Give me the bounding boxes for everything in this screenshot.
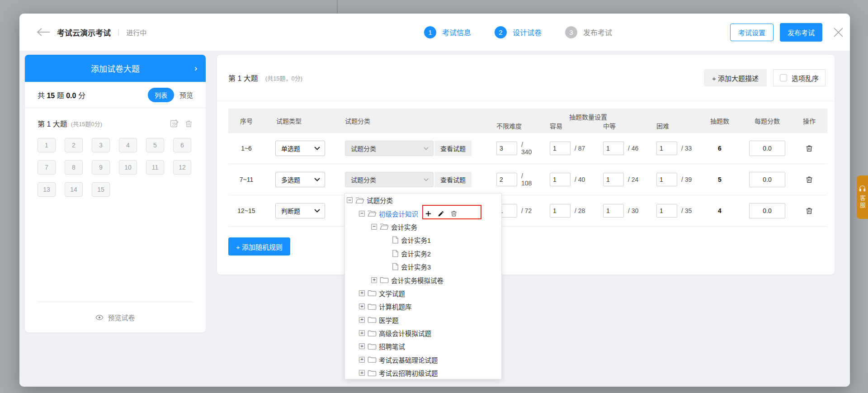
difficulty-count-input[interactable] (550, 204, 571, 218)
tree-node[interactable]: −会计实务 (345, 220, 501, 233)
question-number-box[interactable]: 5 (146, 138, 164, 152)
question-number-box[interactable]: 12 (173, 160, 191, 175)
tree-node[interactable]: +计算机题库 (345, 300, 501, 313)
exam-title: 考试云演示考试 (57, 27, 111, 38)
edit-category-button[interactable] (438, 210, 444, 217)
difficulty-count-input[interactable] (550, 142, 571, 155)
category-select[interactable]: 试题分类 (345, 172, 434, 187)
question-type-select[interactable]: 单选题 (275, 141, 325, 156)
expand-icon[interactable]: + (359, 290, 365, 296)
difficulty-max: / 35 (681, 207, 692, 214)
difficulty-count-input[interactable] (656, 173, 677, 186)
tree-node[interactable]: 会计实务3 (345, 260, 501, 273)
question-number-box[interactable]: 2 (65, 138, 83, 152)
edit-score-button[interactable]: 分 (170, 119, 179, 128)
question-number-box[interactable]: 1 (38, 138, 56, 152)
collapse-icon[interactable]: − (359, 211, 365, 217)
collapse-icon[interactable]: − (347, 197, 353, 203)
difficulty-count-input[interactable] (550, 173, 571, 186)
question-number-box[interactable]: 8 (65, 160, 83, 175)
difficulty-count-input[interactable] (656, 204, 677, 218)
tree-node[interactable]: +招聘笔试 (345, 340, 501, 353)
shuffle-options-button[interactable]: 选项乱序 (773, 69, 826, 86)
difficulty-count-input[interactable] (496, 142, 517, 155)
back-arrow-icon (37, 28, 50, 37)
service-tab-label: 客服 (858, 195, 867, 209)
step-1[interactable]: 1考试信息 (424, 26, 471, 38)
view-questions-button[interactable]: 查看试题 (434, 172, 472, 187)
question-number-box[interactable]: 14 (65, 182, 83, 197)
add-description-button[interactable]: + 添加大题描述 (704, 69, 767, 86)
headset-icon (859, 185, 866, 192)
add-random-rule-button[interactable]: + 添加随机规则 (228, 237, 290, 256)
score-per-question-input[interactable] (749, 141, 785, 156)
expand-icon[interactable]: + (371, 277, 377, 283)
expand-icon[interactable]: + (359, 303, 365, 309)
tree-node[interactable]: −初级会计知识 (345, 207, 501, 220)
step-2[interactable]: 2设计试卷 (495, 26, 542, 38)
delete-rule-button[interactable] (805, 175, 813, 184)
folder-icon (368, 330, 377, 337)
expand-icon[interactable]: + (359, 343, 365, 349)
expand-icon[interactable]: + (359, 317, 365, 323)
question-number-box[interactable]: 15 (92, 182, 110, 197)
question-number-box[interactable]: 9 (92, 160, 110, 175)
tree-node[interactable]: 会计实务2 (345, 247, 501, 260)
shuffle-checkbox[interactable] (780, 74, 787, 81)
exam-settings-button[interactable]: 考试设置 (730, 24, 774, 41)
question-number-box[interactable]: 13 (38, 182, 56, 197)
question-number-box[interactable]: 7 (38, 160, 56, 175)
folder-icon (368, 343, 377, 350)
header-actions: 操作 (790, 109, 829, 133)
difficulty-max: / 30 (628, 207, 638, 214)
tree-node[interactable]: +会计实务模拟试卷 (345, 273, 501, 286)
category-select[interactable]: 试题分类 (345, 141, 434, 156)
preview-paper-button[interactable]: 预览试卷 (38, 302, 193, 332)
section-title: 第 1 大题 (38, 118, 67, 129)
expand-icon[interactable]: + (359, 357, 365, 363)
delete-category-button[interactable] (450, 210, 458, 217)
close-button[interactable] (833, 27, 844, 38)
question-number-box[interactable]: 3 (92, 138, 110, 152)
collapse-icon[interactable]: − (371, 224, 377, 230)
difficulty-count-input[interactable] (603, 173, 624, 186)
add-section-button[interactable]: 添加试卷大题 › (25, 55, 206, 82)
delete-section-button[interactable] (184, 119, 193, 128)
tree-node[interactable]: +考试云基础理论试题 (345, 353, 501, 366)
view-questions-button[interactable]: 查看试题 (434, 141, 472, 156)
difficulty-count-input[interactable] (496, 173, 517, 186)
toggle-preview-view[interactable]: 预览 (179, 90, 193, 99)
publish-exam-button[interactable]: 发布考试 (780, 23, 822, 42)
folder-open-icon (355, 197, 364, 204)
add-category-button[interactable] (425, 210, 432, 217)
question-number-box[interactable]: 11 (146, 160, 164, 175)
difficulty-count-input[interactable] (603, 142, 624, 155)
tree-node[interactable]: +文学试题 (345, 287, 501, 300)
difficulty-count-input[interactable] (603, 204, 624, 218)
delete-rule-button[interactable] (805, 144, 813, 152)
tree-node[interactable]: +考试云招聘初级试题 (345, 366, 501, 379)
tree-node[interactable]: −试题分类 (345, 194, 501, 207)
question-type-select[interactable]: 多选题 (275, 172, 325, 187)
question-type-select[interactable]: 判断题 (275, 203, 325, 218)
customer-service-tab[interactable]: 客服 (857, 175, 868, 219)
difficulty-count-input[interactable] (656, 142, 677, 155)
tree-node[interactable]: +高级会计模拟试题 (345, 327, 501, 340)
question-number-box[interactable]: 6 (173, 138, 191, 152)
step-3[interactable]: 3发布考试 (565, 26, 612, 38)
drawn-count: 4 (695, 207, 745, 214)
rule-row-3: 12~15判断题试题分类查看试题/ 72/ 28/ 30/ 354 (228, 195, 827, 227)
file-icon (392, 250, 399, 257)
score-per-question-input[interactable] (749, 172, 785, 187)
expand-icon[interactable]: + (359, 370, 365, 376)
toggle-list-view[interactable]: 列表 (148, 88, 174, 102)
question-number-box[interactable]: 10 (119, 160, 137, 175)
score-per-question-input[interactable] (749, 203, 785, 218)
tree-node[interactable]: 会计实务1 (345, 233, 501, 246)
delete-rule-button[interactable] (805, 207, 813, 215)
tree-node[interactable]: +医学题 (345, 313, 501, 327)
step-number-badge: 2 (495, 26, 507, 38)
back-button[interactable] (37, 28, 50, 37)
question-number-box[interactable]: 4 (119, 138, 137, 152)
expand-icon[interactable]: + (359, 330, 365, 336)
